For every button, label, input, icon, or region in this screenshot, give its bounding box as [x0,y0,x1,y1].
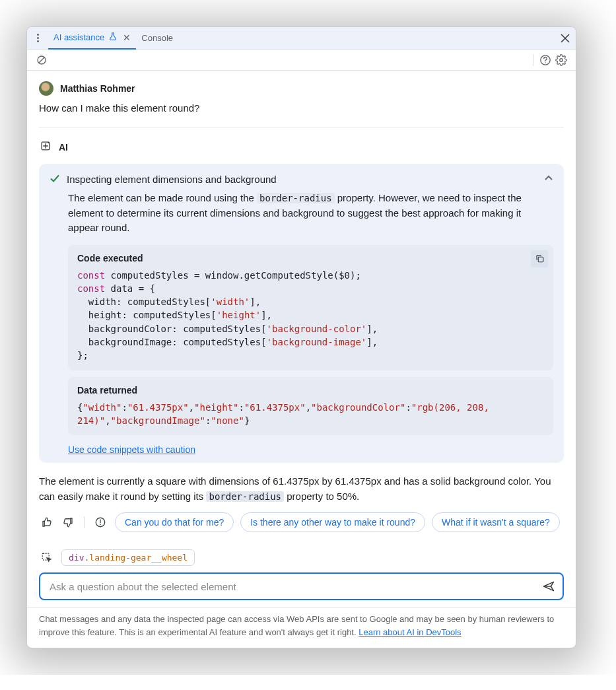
caution-link[interactable]: Use code snippets with caution [68,444,195,455]
tab-console[interactable]: Console [136,27,178,50]
tab-bar: AI assistance ✕ Console [27,27,576,50]
data-returned-box: Data returned {"width":"61.4375px","heig… [68,377,553,436]
send-icon[interactable] [539,576,559,596]
chevron-up-icon[interactable] [544,174,553,185]
suggestion-chip[interactable]: Can you do that for me? [115,512,234,532]
more-menu-icon[interactable] [31,32,44,45]
svg-rect-5 [538,257,543,262]
user-header: Matthias Rohmer [39,81,564,96]
clear-icon[interactable] [34,52,50,68]
code-executed: const computedStyles = window.getCompute… [77,269,544,362]
footer-disclaimer: Chat messages and any data the inspected… [27,607,576,648]
ai-answer: The element is currently a square with d… [39,473,564,504]
svg-point-2 [545,62,546,63]
ai-header: AI [39,139,564,155]
suggestion-chips: Can you do that for me?Is there any othe… [115,512,560,532]
control-row [27,50,576,71]
user-name: Matthias Rohmer [60,83,135,94]
inspect-title: Inspecting element dimensions and backgr… [67,174,537,185]
close-panel-icon[interactable] [559,32,572,45]
ai-sparkle-icon [39,139,52,155]
svg-point-7 [100,524,101,526]
avatar [39,81,53,96]
selector-row: div.landing-gear__wheel [27,549,576,572]
report-icon[interactable] [92,514,108,530]
user-message: How can I make this element round? [39,102,564,114]
thumbs-down-icon[interactable] [60,514,76,530]
tab-label: AI assistance [53,32,104,42]
element-picker-icon[interactable] [39,550,55,566]
tab-label: Console [141,33,173,43]
tab-ai-assistance[interactable]: AI assistance ✕ [48,27,136,50]
data-returned-label: Data returned [77,385,544,396]
suggestion-chip[interactable]: What if it wasn't a square? [432,512,560,532]
chat-input-wrap [39,572,564,600]
copy-icon[interactable] [531,250,548,267]
divider [39,127,564,127]
feedback-row: Can you do that for me?Is there any othe… [39,512,564,532]
ai-label: AI [59,142,68,153]
help-icon[interactable] [537,52,553,68]
learn-more-link[interactable]: Learn about AI in DevTools [359,627,461,637]
svg-point-3 [560,58,563,61]
code-executed-label: Code executed [77,253,544,263]
data-returned: {"width":"61.4375px","height":"61.4375px… [77,401,544,428]
code-inline: border-radius [206,491,284,502]
devtools-panel: AI assistance ✕ Console Matthias R [26,26,576,648]
flask-icon [108,32,118,43]
selected-element-chip[interactable]: div.landing-gear__wheel [61,549,195,566]
inspect-card: Inspecting element dimensions and backgr… [39,164,564,463]
gear-icon[interactable] [553,52,569,68]
code-executed-box: Code executed const computedStyles = win… [68,245,553,370]
thumbs-up-icon[interactable] [39,514,55,530]
chat-input[interactable] [48,580,539,593]
check-icon [50,173,60,186]
code-inline: border-radius [257,193,335,203]
suggestion-chip[interactable]: Is there any other way to make it round? [240,512,425,532]
inspect-desc: The element can be made round using the … [68,191,553,236]
close-tab-icon[interactable]: ✕ [123,32,131,43]
conversation-body: Matthias Rohmer How can I make this elem… [27,71,576,549]
